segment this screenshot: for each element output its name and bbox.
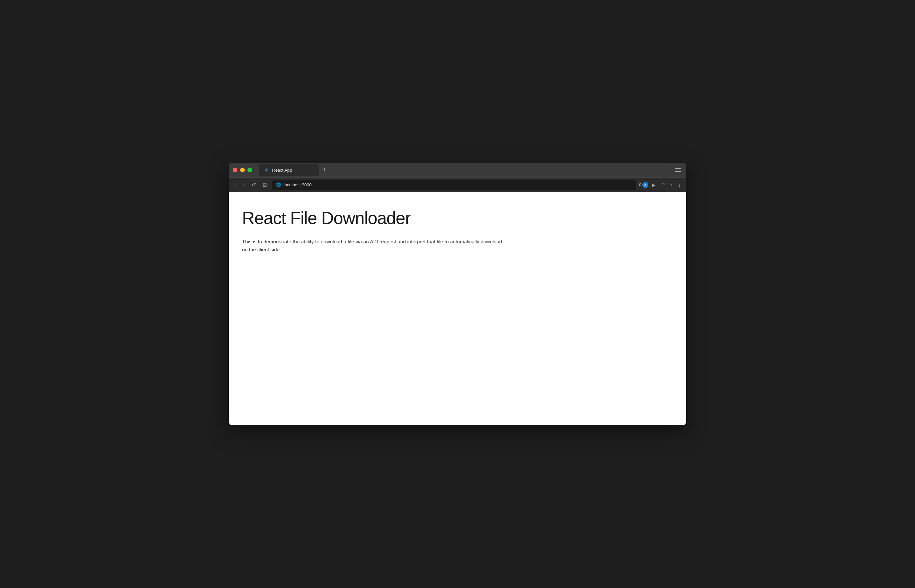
maximize-button[interactable] [247, 168, 252, 172]
page-heading: React File Downloader [242, 209, 673, 228]
tab-title-label: React App [272, 168, 292, 173]
tab-favicon-icon: ⚛ [264, 167, 270, 173]
grid-button[interactable]: ⊞ [261, 181, 269, 189]
toolbar: ‹ › ↺ ⊞ 🌐 localhost:3000 0 ✕ ▶ ♡ ↑ ↓ [229, 177, 686, 192]
toolbar-actions: 0 ✕ ▶ ♡ ↑ ↓ [639, 181, 682, 189]
extensions-icon[interactable]: ✕ [642, 182, 648, 188]
play-button[interactable]: ▶ [650, 181, 657, 189]
tab-area: ⚛ React App + [259, 164, 671, 176]
new-tab-button[interactable]: + [320, 166, 329, 174]
page-content: React File Downloader This is to demonst… [229, 192, 686, 425]
title-bar: ⚛ React App + [229, 163, 686, 177]
heart-button[interactable]: ♡ [659, 181, 667, 189]
share-button[interactable]: ↑ [669, 181, 674, 189]
close-button[interactable] [233, 168, 238, 172]
browser-window: ⚛ React App + ‹ › ↺ ⊞ 🌐 localhost:3000 0… [229, 163, 686, 425]
window-controls-right [674, 167, 682, 173]
forward-button[interactable]: › [241, 181, 247, 189]
traffic-lights [233, 168, 252, 172]
back-button[interactable]: ‹ [233, 181, 238, 189]
reload-button[interactable]: ↺ [250, 181, 258, 189]
download-button[interactable]: ↓ [677, 181, 682, 189]
url-text: localhost:3000 [284, 183, 312, 187]
extensions-badge: 0 ✕ [639, 182, 648, 188]
minimize-button[interactable] [240, 168, 245, 172]
page-description: This is to demonstrate the ability to do… [242, 237, 509, 254]
secure-icon: 🌐 [276, 183, 281, 187]
badge-count: 0 [639, 183, 641, 187]
address-bar[interactable]: 🌐 localhost:3000 [272, 180, 637, 190]
menu-icon[interactable] [674, 167, 682, 173]
active-tab[interactable]: ⚛ React App [259, 164, 319, 176]
